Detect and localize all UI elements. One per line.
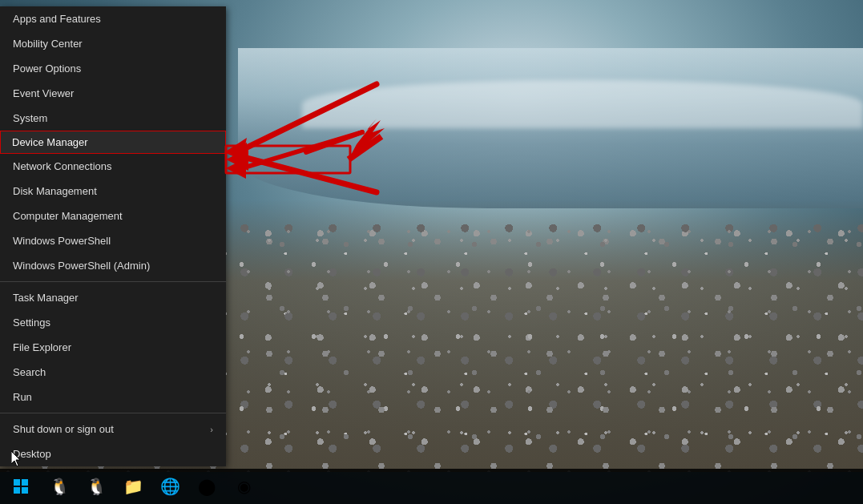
menu-item-run[interactable]: Run — [0, 385, 226, 409]
menu-item-event-viewer[interactable]: Event Viewer — [0, 81, 226, 106]
menu-separator — [0, 413, 226, 413]
menu-item-label: Network Connections — [13, 160, 112, 172]
menu-item-apps-features[interactable]: Apps and Features — [0, 6, 226, 31]
menu-item-power-options[interactable]: Power Options — [0, 56, 226, 81]
menu-item-windows-powershell[interactable]: Windows PowerShell — [0, 228, 226, 253]
menu-item-mobility-center[interactable]: Mobility Center — [0, 31, 226, 56]
menu-item-label: Desktop — [13, 448, 51, 460]
menu-item-computer-management[interactable]: Computer Management — [0, 204, 226, 228]
start-button[interactable] — [3, 469, 38, 504]
taskbar-icon-globe[interactable]: 🌐 — [152, 469, 188, 504]
taskbar-icon-chrome[interactable]: ⬤ — [189, 469, 224, 504]
menu-item-label: Windows PowerShell — [13, 235, 111, 247]
menu-item-search[interactable]: Search — [0, 360, 226, 385]
menu-item-label: Settings — [13, 317, 50, 329]
taskbar-icon-penguin-2[interactable]: 🐧 — [79, 469, 114, 504]
menu-item-label: Computer Management — [13, 210, 123, 222]
desktop-water — [238, 48, 863, 208]
taskbar-icon-folder[interactable]: 📁 — [115, 469, 151, 504]
menu-separator — [0, 281, 226, 282]
menu-item-label: Device Manager — [12, 136, 88, 148]
taskbar-icon-penguin-1[interactable]: 🐧 — [42, 469, 77, 504]
menu-item-network-connections[interactable]: Network Connections — [0, 154, 226, 179]
menu-item-shut-down-sign-out[interactable]: Shut down or sign out› — [0, 417, 226, 442]
menu-item-label: Shut down or sign out — [13, 423, 114, 435]
menu-item-desktop[interactable]: Desktop — [0, 442, 226, 466]
menu-item-label: Apps and Features — [13, 13, 101, 25]
menu-item-label: System — [13, 112, 47, 124]
menu-item-label: Power Options — [13, 62, 81, 75]
taskbar-icon-opera[interactable]: ◉ — [226, 469, 261, 504]
menu-item-label: Windows PowerShell (Admin) — [13, 260, 150, 272]
menu-item-label: Search — [13, 366, 46, 378]
menu-item-label: Task Manager — [13, 292, 79, 304]
menu-item-label: Mobility Center — [13, 38, 83, 50]
menu-item-disk-management[interactable]: Disk Management — [0, 179, 226, 204]
submenu-chevron-icon: › — [210, 425, 213, 434]
menu-item-label: Run — [13, 391, 32, 403]
menu-item-settings[interactable]: Settings — [0, 310, 226, 335]
menu-item-device-manager[interactable]: Device Manager — [0, 131, 226, 154]
menu-item-label: File Explorer — [13, 341, 71, 353]
menu-item-system[interactable]: System — [0, 106, 226, 131]
taskbar-icons: 🐧🐧📁🌐⬤◉ — [42, 469, 261, 504]
menu-item-label: Disk Management — [13, 185, 97, 197]
menu-item-label: Event Viewer — [13, 87, 74, 99]
menu-item-windows-powershell-admin[interactable]: Windows PowerShell (Admin) — [0, 253, 226, 278]
windows-logo — [14, 479, 28, 494]
menu-item-file-explorer[interactable]: File Explorer — [0, 335, 226, 360]
desktop-foam — [302, 80, 863, 128]
context-menu: Apps and FeaturesMobility CenterPower Op… — [0, 6, 226, 466]
taskbar: 🐧🐧📁🌐⬤◉ — [0, 469, 863, 504]
menu-item-task-manager[interactable]: Task Manager — [0, 285, 226, 310]
